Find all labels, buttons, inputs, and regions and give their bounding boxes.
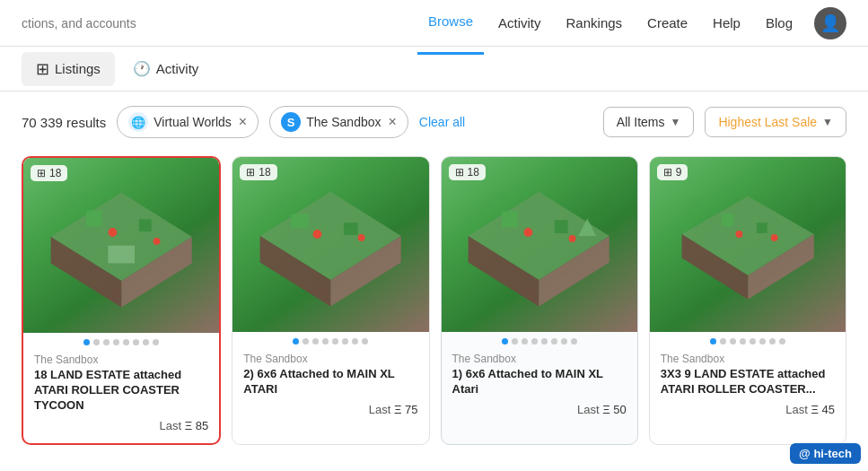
card-4[interactable]: ⊞ 9 The Sandbox 3X3 9 LAND ESTATE attach… [649, 156, 846, 445]
card-2-image: ⊞ 18 [232, 157, 428, 332]
card-3-image: ⊞ 18 [442, 157, 637, 332]
watermark: @ hi-tech [790, 443, 861, 459]
card-3-price-val: Ξ 50 [602, 403, 627, 416]
grid-icon: ⊞ [36, 59, 49, 79]
dot [133, 339, 139, 345]
clear-all-button[interactable]: Clear all [419, 115, 465, 129]
card-4-badge: ⊞ 9 [657, 164, 688, 180]
grid-badge-icon-4: ⊞ [663, 166, 672, 179]
dot [312, 338, 319, 345]
nav-items: Browse Activity Rankings Create Help Blo… [417, 0, 846, 55]
nav-left-text: ctions, and accounts [22, 16, 136, 31]
chip-virtual-worlds[interactable]: 🌐 Virtual Worlds × [117, 106, 259, 138]
chip-virtual-worlds-label: Virtual Worlds [153, 115, 232, 129]
card-2-price-label: Last [369, 403, 391, 416]
avatar[interactable]: 👤 [814, 7, 846, 39]
results-count: 70 339 results [22, 115, 106, 130]
dot [362, 338, 368, 345]
dot [512, 338, 518, 345]
card-1-badge: ⊞ 18 [31, 165, 67, 181]
sandbox-icon: S [281, 112, 301, 132]
card-3-badge: ⊞ 18 [449, 164, 486, 180]
card-2-badge-num: 18 [259, 166, 270, 179]
dot-active [83, 339, 90, 345]
card-4-body: The Sandbox 3X3 9 LAND ESTATE attached A… [650, 347, 846, 427]
grid-badge-icon-3: ⊞ [455, 166, 464, 179]
dot [103, 339, 110, 345]
card-2[interactable]: ⊞ 18 The Sandbox 2) 6x6 Attached to MAIN… [232, 156, 429, 445]
chip-sandbox[interactable]: S The Sandbox × [269, 106, 408, 138]
svg-point-20 [524, 228, 533, 237]
chip-sandbox-close[interactable]: × [389, 114, 397, 130]
card-1-dots [23, 333, 219, 348]
card-4-price-val: Ξ 45 [811, 403, 835, 416]
svg-rect-18 [502, 211, 518, 227]
top-nav: ctions, and accounts Browse Activity Ran… [0, 0, 868, 47]
land-svg-4 [660, 166, 836, 324]
card-4-price: Last Ξ 45 [661, 403, 835, 416]
dot-active [293, 338, 299, 345]
dot [740, 338, 746, 345]
svg-point-6 [153, 238, 160, 245]
card-1[interactable]: ⊞ 18 The Sandbox 18 LAND ESTATE attached… [22, 156, 221, 445]
card-4-dots [650, 332, 846, 347]
nav-rankings[interactable]: Rankings [556, 8, 634, 38]
filters-row: 70 339 results 🌐 Virtual Worlds × S The … [0, 92, 868, 153]
nav-browse[interactable]: Browse [417, 0, 484, 55]
card-3-body: The Sandbox 1) 6x6 Attached to MAIN XL A… [442, 347, 637, 427]
card-3[interactable]: ⊞ 18 The Sandbox 1) 6x6 Attached to MAIN… [441, 156, 638, 445]
nav-create[interactable]: Create [636, 8, 698, 38]
card-2-price-val: Ξ 75 [394, 403, 418, 416]
chevron-down-icon: ▼ [670, 116, 680, 128]
land-svg-1 [33, 167, 209, 325]
nav-help[interactable]: Help [702, 8, 751, 38]
nav-blog[interactable]: Blog [755, 8, 803, 38]
svg-rect-7 [108, 246, 134, 264]
svg-point-28 [735, 231, 742, 238]
nav-activity[interactable]: Activity [487, 8, 552, 38]
dot [352, 338, 358, 345]
dot [123, 339, 129, 345]
dot [779, 338, 785, 345]
card-1-title: 18 LAND ESTATE attached ATARI ROLLER COA… [34, 368, 208, 414]
virtual-worlds-icon: 🌐 [128, 112, 148, 132]
svg-point-29 [770, 234, 777, 241]
svg-rect-3 [86, 210, 102, 226]
card-1-platform: The Sandbox [34, 353, 208, 366]
dot [571, 338, 577, 345]
dot [322, 338, 329, 345]
svg-rect-26 [721, 214, 733, 226]
dot [561, 338, 567, 345]
chip-virtual-worlds-close[interactable]: × [239, 114, 247, 130]
dot [720, 338, 726, 345]
sort-chevron-icon: ▼ [822, 116, 833, 128]
dot [113, 339, 119, 345]
dot [302, 338, 309, 345]
svg-rect-4 [139, 219, 152, 231]
grid-badge-icon-1: ⊞ [37, 167, 46, 179]
dot [769, 338, 776, 345]
card-4-platform: The Sandbox [661, 353, 835, 365]
all-items-dropdown[interactable]: All Items ▼ [603, 107, 695, 137]
svg-point-21 [569, 235, 576, 242]
card-4-badge-num: 9 [676, 166, 682, 179]
dot [551, 338, 557, 345]
tab-activity[interactable]: 🕐 Activity [118, 53, 214, 84]
card-2-dots [232, 332, 428, 347]
dot [93, 339, 100, 345]
card-3-title: 1) 6x6 Attached to MAIN XL Atari [452, 367, 627, 397]
card-2-body: The Sandbox 2) 6x6 Attached to MAIN XL A… [232, 347, 428, 427]
tab-listings[interactable]: ⊞ Listings [22, 52, 115, 86]
all-items-label: All Items [617, 115, 665, 129]
tab-listings-label: Listings [55, 61, 101, 76]
svg-rect-11 [291, 214, 309, 228]
card-1-body: The Sandbox 18 LAND ESTATE attached ATAR… [23, 348, 219, 443]
card-3-price-label: Last [577, 403, 600, 416]
card-1-badge-num: 18 [49, 167, 61, 179]
card-2-badge: ⊞ 18 [240, 164, 276, 180]
dot [750, 338, 756, 345]
svg-rect-12 [344, 222, 358, 235]
sort-dropdown[interactable]: Highest Last Sale ▼ [705, 107, 846, 137]
dot [759, 338, 766, 345]
land-svg-3 [451, 166, 627, 324]
